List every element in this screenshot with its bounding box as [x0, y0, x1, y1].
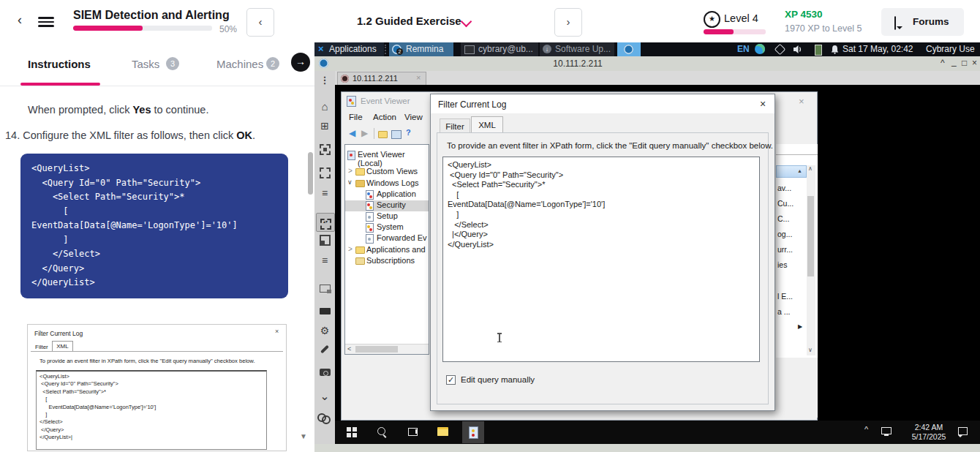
nav-back-icon[interactable]: ◀ [349, 128, 355, 138]
taskbar-clock[interactable]: 2:42 AM 5/17/2025 [907, 423, 951, 442]
next-lesson-button[interactable]: › [554, 8, 582, 37]
fullscreen-icon[interactable] [314, 167, 335, 181]
menu-file[interactable]: File [349, 113, 363, 121]
event-viewer-close-button[interactable]: × [799, 96, 804, 107]
hscroll-left-arrow[interactable]: < [347, 345, 351, 353]
actions-group-header[interactable]: ▲ [776, 165, 807, 178]
edit-query-checkbox[interactable]: ✓ [446, 375, 456, 385]
forums-button[interactable]: Forums [881, 8, 964, 36]
multi-monitor-icon[interactable] [314, 285, 335, 295]
volume-icon[interactable] [793, 45, 803, 56]
tree-item-applications-services[interactable]: > Applications and [345, 245, 429, 256]
tree-item-root[interactable]: Event Viewer (Local) [345, 150, 429, 161]
toolbar-grip-icon[interactable]: ⋮ [314, 75, 335, 86]
window-close-button[interactable]: × [972, 58, 977, 68]
menu-action[interactable]: Action [373, 113, 396, 121]
properties-window-icon[interactable] [391, 130, 402, 139]
menu-lines2-icon[interactable]: ≡ [314, 255, 335, 265]
new-connection-icon[interactable]: ⊞ [314, 121, 335, 131]
action-item[interactable]: a ... [777, 307, 791, 316]
tools-wrench-icon[interactable] [314, 344, 335, 356]
tree-item-system[interactable]: System [345, 222, 429, 233]
user-menu-label[interactable]: Cybrary Use [926, 44, 975, 54]
vscroll-up-arrow[interactable]: ∧ [808, 165, 813, 172]
tree-item-windows-logs[interactable]: ∨ Windows Logs [345, 178, 429, 189]
tree-item-custom-views[interactable]: > Custom Views [345, 167, 429, 178]
network-status-icon[interactable] [881, 427, 892, 434]
fit-window-icon[interactable] [314, 144, 335, 157]
expander-collapsed-icon2[interactable]: > [348, 245, 353, 253]
tab-filter[interactable]: Filter [440, 118, 470, 133]
hscroll-thumb[interactable] [355, 346, 398, 353]
tree-item-security-selected[interactable]: Security [345, 200, 429, 211]
window-shade-button[interactable]: ^ [941, 58, 945, 68]
tree-item-application[interactable]: Application [345, 189, 429, 200]
actions-vscrollbar[interactable]: ∧ ∨ [807, 165, 815, 355]
prev-lesson-button[interactable]: ‹ [246, 8, 274, 37]
action-item[interactable]: l E... [777, 292, 793, 301]
action-item[interactable]: ies [777, 260, 787, 269]
connection-tab[interactable]: 10.111.2.211 × [337, 72, 426, 85]
dynamic-resize-icon[interactable] [314, 235, 335, 248]
search-icon[interactable] [377, 427, 385, 435]
minimize-toolbar-chevron-icon[interactable]: ⌄ [314, 391, 335, 402]
clock-label[interactable]: Sat 17 May, 02:42 [843, 44, 913, 54]
action-item[interactable]: urr... [777, 245, 793, 254]
panel-scrollbar-thumb[interactable] [308, 152, 313, 195]
battery-icon[interactable] [815, 45, 822, 56]
expander-collapsed-icon[interactable]: > [348, 167, 353, 175]
tab-instructions[interactable]: Instructions [28, 58, 91, 70]
lesson-dropdown-chevron-icon[interactable] [461, 16, 472, 28]
tree-item-subscriptions[interactable]: Subscriptions [345, 256, 429, 267]
vscroll-down-arrow[interactable]: ∨ [808, 347, 813, 353]
action-center-icon[interactable] [958, 427, 968, 435]
task-view-icon[interactable] [408, 428, 418, 436]
remmina-tray-active-button[interactable] [617, 42, 641, 56]
terminal-task-button[interactable]: cybrary@ub... [461, 42, 538, 56]
collapse-arrow-icon[interactable]: ▲ [797, 168, 802, 173]
tab-xml-active[interactable]: XML [471, 116, 503, 133]
connection-tab-close-icon[interactable]: × [416, 73, 421, 82]
hamburger-menu-icon[interactable] [38, 15, 54, 29]
remmina-task-button[interactable]: 2 Remmina [389, 42, 453, 56]
keyboard-layout-indicator[interactable]: EN [737, 44, 750, 54]
tray-app-icon[interactable] [755, 44, 765, 54]
tab-tasks[interactable]: Tasks [132, 58, 159, 70]
panel-collapse-arrow-button[interactable]: → [291, 53, 310, 72]
preferences-gear-icon[interactable]: ⚙ [314, 325, 335, 336]
action-item[interactable]: av... [777, 184, 791, 192]
menu-view[interactable]: View [404, 113, 423, 121]
scroll-down-arrow-icon[interactable]: ▼ [300, 432, 307, 440]
tree-hscrollbar[interactable]: < [345, 344, 429, 355]
event-viewer-taskbar-button[interactable] [462, 421, 484, 443]
disconnect-icon[interactable] [314, 413, 335, 424]
window-minimize-button[interactable]: _ [951, 56, 957, 67]
action-item[interactable]: Cu... [777, 199, 794, 208]
window-maximize-button[interactable]: □ [962, 58, 967, 68]
lesson-title[interactable]: 1.2 Guided Exercise [357, 15, 461, 27]
action-item[interactable]: og... [777, 230, 792, 238]
applications-menu[interactable]: × Applications [314, 42, 384, 56]
expander-open-icon[interactable]: ∨ [347, 178, 353, 186]
xml-query-textarea[interactable]: <QueryList> <Query Id="0" Path="Security… [442, 157, 760, 362]
tray-expand-caret[interactable]: ^ [864, 425, 868, 434]
scaled-mode-icon[interactable]: ▴▾ [316, 213, 335, 232]
menu-lines-icon[interactable]: ≡ [314, 188, 335, 198]
back-chevron-icon[interactable]: ‹ [18, 12, 22, 28]
nav-forward-icon[interactable]: ▶ [361, 128, 368, 138]
screenshot-camera-icon[interactable] [314, 368, 335, 378]
tree-item-forwarded-events[interactable]: Forwarded Ev [345, 233, 429, 244]
dialog-close-button[interactable]: × [760, 98, 766, 110]
vscroll-thumb[interactable] [807, 196, 814, 276]
home-icon[interactable]: ⌂ [314, 102, 335, 112]
help-icon[interactable]: ? [406, 128, 411, 137]
file-explorer-icon[interactable] [437, 427, 448, 436]
action-item[interactable]: C... [777, 214, 789, 223]
tab-machines[interactable]: Machines [216, 58, 263, 70]
network-icon[interactable] [774, 44, 786, 56]
tree-item-setup[interactable]: Setup [345, 211, 429, 222]
start-button[interactable] [347, 427, 357, 437]
notifications-bell-icon[interactable] [830, 45, 840, 56]
software-updater-task-button[interactable]: ↓ Software Up... [540, 42, 614, 56]
export-folder-icon[interactable] [378, 131, 388, 138]
